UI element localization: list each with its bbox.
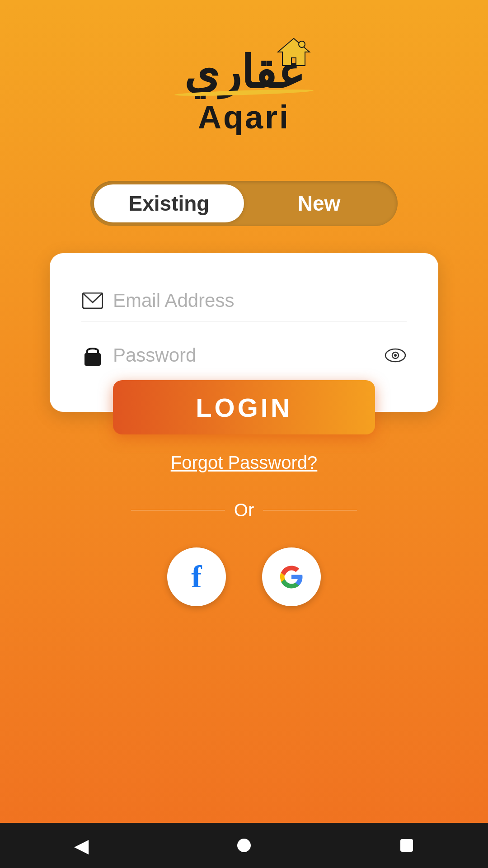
logo-graphic: عقاري Aqari bbox=[172, 36, 316, 136]
divider-line-left bbox=[131, 510, 225, 511]
home-button[interactable] bbox=[230, 832, 258, 859]
email-input-group bbox=[81, 280, 407, 321]
facebook-icon: f bbox=[191, 559, 202, 595]
divider-row: Or bbox=[131, 500, 357, 520]
password-input[interactable] bbox=[113, 344, 384, 366]
existing-tab[interactable]: Existing bbox=[94, 184, 244, 222]
divider-line-right bbox=[263, 510, 357, 511]
facebook-login-button[interactable]: f bbox=[167, 547, 226, 606]
forgot-password-link[interactable]: Forgot Password? bbox=[171, 453, 318, 473]
back-button[interactable]: ◀ bbox=[68, 832, 95, 859]
back-icon: ◀ bbox=[74, 835, 89, 857]
svg-point-1 bbox=[299, 41, 305, 47]
new-tab[interactable]: New bbox=[244, 184, 394, 222]
password-input-group bbox=[81, 335, 407, 376]
email-input[interactable] bbox=[113, 290, 407, 311]
user-type-toggle[interactable]: Existing New bbox=[90, 181, 398, 226]
logo-latin-text: Aqari bbox=[198, 99, 290, 136]
google-icon bbox=[278, 564, 305, 590]
divider-text: Or bbox=[234, 500, 254, 520]
svg-rect-3 bbox=[84, 353, 101, 366]
google-login-button[interactable] bbox=[262, 547, 321, 606]
home-icon bbox=[237, 839, 251, 852]
login-button[interactable]: LOGIN bbox=[113, 380, 375, 434]
house-icon bbox=[276, 36, 312, 68]
lock-icon bbox=[81, 344, 104, 367]
login-card: LOGIN bbox=[50, 253, 438, 412]
svg-point-6 bbox=[394, 354, 397, 357]
social-login-row: f bbox=[167, 547, 321, 606]
email-icon bbox=[81, 289, 104, 312]
navigation-bar: ◀ bbox=[0, 823, 488, 868]
logo-area: عقاري Aqari bbox=[172, 36, 316, 136]
recents-icon bbox=[400, 839, 413, 852]
password-visibility-toggle[interactable] bbox=[384, 344, 407, 367]
recents-button[interactable] bbox=[393, 832, 420, 859]
